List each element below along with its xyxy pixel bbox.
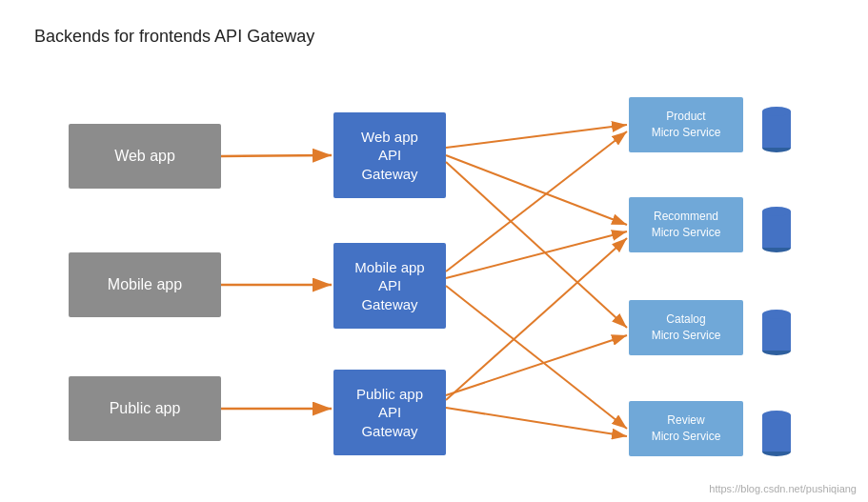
svg-line-6 bbox=[446, 162, 627, 328]
svg-line-12 bbox=[446, 238, 627, 400]
web-app-client: Web app bbox=[69, 124, 221, 189]
svg-line-1 bbox=[221, 155, 332, 156]
svg-line-9 bbox=[446, 286, 627, 429]
svg-line-5 bbox=[446, 155, 627, 225]
public-gateway: Public appAPIGateway bbox=[333, 370, 446, 455]
web-gateway: Web appAPIGateway bbox=[333, 112, 446, 198]
page-title: Backends for frontends API Gateway bbox=[34, 27, 314, 47]
mobile-gateway: Mobile appAPIGateway bbox=[333, 243, 446, 329]
svg-line-8 bbox=[446, 231, 627, 278]
db-product bbox=[762, 107, 791, 152]
db-review bbox=[762, 411, 791, 456]
svg-line-10 bbox=[446, 335, 627, 395]
review-service: ReviewMicro Service bbox=[629, 401, 743, 456]
recommend-service: RecommendMicro Service bbox=[629, 197, 743, 252]
watermark: https://blog.csdn.net/pushiqiang bbox=[709, 483, 857, 494]
mobile-app-client: Mobile app bbox=[69, 252, 221, 317]
catalog-service: CatalogMicro Service bbox=[629, 300, 743, 355]
db-catalog bbox=[762, 310, 791, 355]
svg-line-7 bbox=[446, 131, 627, 271]
svg-line-11 bbox=[446, 408, 627, 436]
public-app-client: Public app bbox=[69, 376, 221, 441]
db-recommend bbox=[762, 207, 791, 252]
svg-line-4 bbox=[446, 125, 627, 148]
product-service: ProductMicro Service bbox=[629, 97, 743, 152]
